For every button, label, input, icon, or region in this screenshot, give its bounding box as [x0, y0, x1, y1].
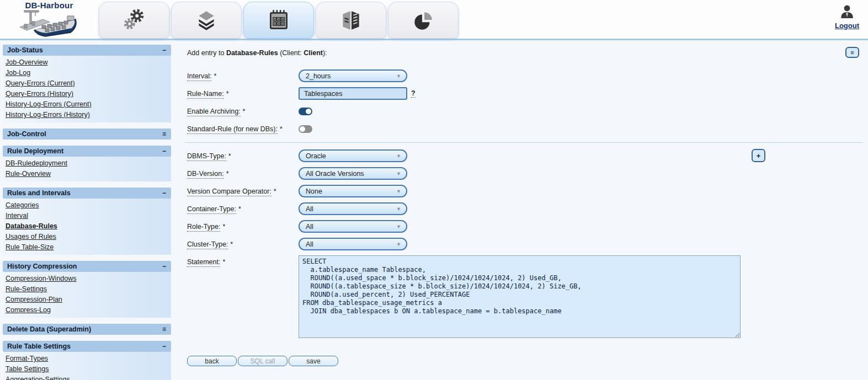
role-type-row: Role-Type:* All ▼	[187, 220, 865, 233]
sidebar: Job-Status−Job-OverviewJob-LogQuery-Erro…	[3, 45, 171, 380]
dbms-type-select[interactable]: Oracle ▼	[299, 149, 407, 162]
standard-rule-toggle[interactable]	[299, 125, 312, 133]
sidebar-section-title: Rules and Intervals	[7, 189, 71, 197]
role-type-select[interactable]: All ▼	[299, 220, 407, 233]
interval-select[interactable]: 2_hours ▼	[299, 69, 407, 82]
standard-rule-label: Standard-Rule (for new DBs):*	[187, 125, 299, 133]
db-version-label: DB-Version:*	[187, 170, 299, 178]
enable-archiving-label: Enable Archiving:*	[187, 108, 299, 115]
pie-chart-icon	[411, 8, 436, 33]
chevron-down-icon: ▼	[396, 171, 401, 176]
sidebar-link-rule-settings[interactable]: Rule-Settings	[4, 284, 171, 295]
sidebar-link-compression-windows[interactable]: Compression-Windows	[4, 274, 171, 284]
collapse-icon[interactable]: −	[162, 190, 166, 196]
sidebar-link-interval[interactable]: Interval	[4, 211, 171, 221]
sidebar-link-db-ruledeployment[interactable]: DB-Ruledeployment	[4, 158, 171, 169]
gears-icon	[121, 8, 147, 33]
user-icon	[840, 5, 854, 19]
sidebar-link-usages-of-rules[interactable]: Usages of Rules	[4, 232, 171, 242]
sidebar-section: Job-Status−Job-OverviewJob-LogQuery-Erro…	[3, 45, 171, 122]
sidebar-link-categories[interactable]: Categories	[4, 200, 171, 211]
sidebar-link-rule-table-size[interactable]: Rule Table-Size	[4, 242, 171, 253]
sidebar-section-title: Job-Status	[7, 46, 43, 54]
sidebar-section-header[interactable]: Job-Control≡	[3, 129, 171, 140]
form-divider	[185, 142, 862, 143]
tab-report[interactable]	[316, 2, 386, 39]
sidebar-section-header[interactable]: Rules and Intervals−	[3, 188, 171, 199]
sidebar-section-header[interactable]: Job-Status−	[3, 45, 171, 56]
sidebar-section: History Compression−Compression-WindowsR…	[3, 261, 171, 318]
layers-icon	[194, 8, 219, 33]
interval-label: Interval:*	[187, 72, 299, 80]
rule-name-row: Rule-Name:* ?	[187, 87, 865, 100]
sidebar-link-compression-plan[interactable]: Compression-Plan	[4, 295, 171, 305]
collapse-icon[interactable]: −	[162, 47, 166, 53]
sidebar-section-header[interactable]: Rule Deployment−	[3, 146, 171, 157]
toggle-knob	[300, 126, 305, 132]
cluster-type-row: Cluster-Type:* All ▼	[187, 238, 865, 250]
sidebar-link-table-settings[interactable]: Table Settings	[4, 364, 171, 374]
version-compare-operator-row: Version Compare Operator:* None ▼	[187, 185, 865, 197]
sidebar-link-rule-overview[interactable]: Rule-Overview	[4, 169, 171, 179]
enable-archiving-row: Enable Archiving:*	[187, 105, 865, 117]
sidebar-section-body: DB-RuledeploymentRule-Overview	[3, 157, 171, 181]
collapse-icon[interactable]: −	[162, 148, 166, 154]
tab-layers[interactable]	[171, 2, 242, 39]
container-type-select[interactable]: All ▼	[299, 202, 407, 215]
sidebar-link-compress-log[interactable]: Compress-Log	[4, 305, 171, 315]
collapse-icon[interactable]: −	[162, 264, 166, 269]
page-title: Add entry to Database-Rules (Client: Cli…	[187, 49, 865, 57]
sql-call-button[interactable]: SQL call	[238, 356, 287, 366]
collapse-icon[interactable]: −	[162, 344, 166, 349]
statement-label: Statement:*	[187, 255, 299, 266]
sidebar-link-job-log[interactable]: Job-Log	[4, 68, 171, 78]
sidebar-section: Rules and Intervals−CategoriesIntervalDa…	[3, 188, 171, 255]
cluster-type-label: Cluster-Type:*	[187, 240, 299, 248]
sidebar-section-header[interactable]: History Compression−	[3, 261, 171, 272]
sidebar-section-header[interactable]: Delete Data (Superadmin)≡	[3, 324, 171, 335]
role-type-value: All	[306, 223, 313, 231]
user-area: Logout	[835, 5, 859, 30]
sidebar-link-format-types[interactable]: Format-Types	[4, 354, 171, 364]
version-compare-operator-value: None	[306, 188, 322, 195]
version-compare-operator-label: Version Compare Operator:*	[187, 188, 299, 195]
rule-name-label: Rule-Name:*	[187, 90, 299, 98]
sidebar-link-query-errors-history[interactable]: Query-Errors (History)	[4, 89, 171, 99]
sidebar-link-job-overview[interactable]: Job-Overview	[4, 57, 171, 68]
enable-archiving-toggle[interactable]	[299, 108, 312, 115]
save-button[interactable]: save	[289, 356, 338, 366]
main-content: Add entry to Database-Rules (Client: Cli…	[184, 43, 865, 366]
sidebar-link-history-log-errors-history[interactable]: History-Log-Errors (History)	[4, 110, 171, 120]
back-button[interactable]: back	[187, 356, 237, 366]
interval-value: 2_hours	[306, 72, 331, 80]
sidebar-section-title: Job-Control	[7, 130, 46, 138]
sidebar-section-title: History Compression	[7, 263, 77, 270]
logout-link[interactable]: Logout	[835, 22, 859, 30]
container-type-label: Container-Type:*	[187, 205, 299, 213]
dbms-type-label: DBMS-Type:*	[187, 152, 299, 160]
version-compare-operator-select[interactable]: None ▼	[299, 185, 407, 197]
tab-calendar[interactable]	[243, 2, 314, 39]
tab-gears[interactable]	[99, 2, 169, 39]
chevron-down-icon: ▼	[396, 73, 401, 79]
expand-icon[interactable]: ≡	[162, 131, 166, 137]
sidebar-link-history-log-errors-current[interactable]: History-Log-Errors (Current)	[4, 99, 171, 110]
cluster-type-select[interactable]: All ▼	[299, 238, 407, 250]
container-type-value: All	[306, 205, 313, 213]
tab-pie-chart[interactable]	[388, 2, 459, 39]
add-rule-block-button[interactable]: +	[752, 149, 765, 162]
sidebar-link-query-errors-current[interactable]: Query-Errors (Current)	[4, 78, 171, 89]
rule-name-input[interactable]	[299, 87, 407, 100]
container-type-row: Container-Type:* All ▼	[187, 202, 865, 215]
calendar-icon	[266, 8, 291, 33]
options-menu-button[interactable]: ≡	[845, 47, 859, 58]
rule-form: Interval:* 2_hours ▼ Rule-Name:* ? Enabl…	[187, 69, 865, 366]
rule-name-help[interactable]: ?	[411, 89, 416, 98]
db-version-select[interactable]: All Oracle Versions ▼	[299, 167, 407, 180]
sidebar-link-database-rules[interactable]: Database-Rules	[4, 221, 171, 232]
sidebar-section-header[interactable]: Rule Table Settings−	[3, 341, 171, 352]
sidebar-link-aggregation-settings[interactable]: Aggregation-Settings	[4, 374, 171, 380]
expand-icon[interactable]: ≡	[162, 327, 166, 332]
statement-textarea[interactable]: SELECT a.tablespace_name Tablespace, ROU…	[299, 255, 741, 338]
chevron-down-icon: ▼	[396, 242, 401, 247]
